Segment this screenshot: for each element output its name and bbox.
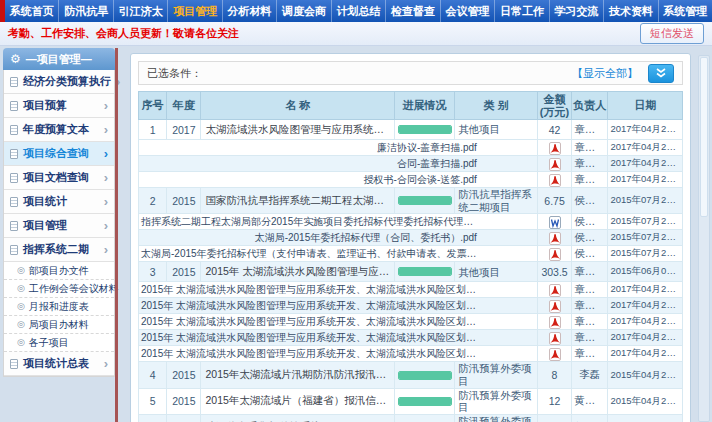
table-row-main[interactable]: 5 2015 2015年太湖流域片（福建省）报汛信息服务（补助） 防汛预算外委项… [139,388,683,414]
nav-item[interactable]: 系统管理 [659,0,712,22]
table-row-file[interactable]: 指挥系统二期工程太湖局部分2015年实施项目委托招标代理委托招标代理协议书.do… [139,214,683,230]
nav-item[interactable]: 项目管理 [168,0,222,22]
sidebar-item[interactable]: 经济分类预算执行 › [4,70,114,94]
nav-item[interactable]: 引江济太 [114,0,168,22]
sidebar-item[interactable]: 项目综合查询 › [4,142,114,166]
nav-item[interactable]: 计划总结 [332,0,386,22]
file-name-cell[interactable]: 指挥系统二期工程太湖局部分2015年实施项目委托招标代理委托招标代理协议书.do… [139,214,538,230]
owner-cell: 章杭惠 [572,140,608,156]
category-cell: 防汛预算外委项目 [455,388,538,414]
sidebar-subitem-label: 工作例会等会议材料 [29,282,119,296]
sms-send-button[interactable]: 短信发送 [640,23,704,44]
pdf-file-icon [549,158,561,171]
sidebar-subitem[interactable]: ◎ 各子项目 [4,334,114,352]
file-icon-cell[interactable] [537,156,571,172]
file-name-cell[interactable]: 2015年 太湖流域洪水风险图管理与应用系统开发、太湖流域洪水风险区划试点一（送… [139,298,538,314]
file-icon-cell[interactable] [537,346,571,362]
progress-fill [399,126,451,133]
date-cell: 2017年04月24日 [608,156,683,172]
table-row-file[interactable]: 2015年 太湖流域洪水风险图管理与应用系统开发、太湖流域洪水风险区划试点一（廉… [139,282,683,298]
table-row-file[interactable]: 2015年 太湖流域洪水风险图管理与应用系统开发、太湖流域洪水风险区划试点-资金… [139,346,683,362]
nav-item[interactable]: 系统首页 [5,0,59,22]
notice-bar: 考勤、工作安排、会商人员更新！敬请各位关注 短信发送 [0,22,712,46]
pdf-file-icon [549,248,561,261]
sidebar-subitem[interactable]: ◎ 工作例会等会议材料 [4,280,114,298]
file-name-cell[interactable]: 2015年 太湖流域洪水风险图管理与应用系统开发、太湖流域洪水风险区划试点一中.… [139,330,538,346]
file-name-cell[interactable]: 太湖局-2015年委托招标代理（合同、委托书）.pdf [139,230,538,246]
pdf-file-icon [549,332,561,345]
file-icon-cell[interactable] [537,298,571,314]
name-cell: 防汛信息采集与传输系统开发 [201,414,394,422]
table-row-main[interactable]: 2 2015 国家防汛抗旱指挥系统二期工程太湖局部分2015年实施 ... 防汛… [139,188,683,214]
scrollbar-thumb[interactable] [700,57,708,217]
file-icon-cell[interactable] [537,230,571,246]
sidebar-subitem-label: 月报和进度表 [29,300,89,314]
sidebar-subitem[interactable]: ◎ 月报和进度表 [4,298,114,316]
sidebar-subitem[interactable]: ◎ 部项目办文件 [4,262,114,280]
table-row-file[interactable]: 2015年 太湖流域洪水风险图管理与应用系统开发、太湖流域洪水风险区划试点一中.… [139,330,683,346]
sidebar-item[interactable]: 项目管理 › [4,214,114,238]
sidebar-item-label: 项目文档查询 [23,170,89,185]
table-row-file[interactable]: 太湖局-2015年委托招标代理（支付申请表、监理证书、付款申请表、发票）.pdf… [139,246,683,262]
nav-item[interactable]: 日常工作 [495,0,549,22]
sidebar-item[interactable]: 项目统计总表 › [4,352,114,376]
file-name-cell[interactable]: 太湖局-2015年委托招标代理（支付申请表、监理证书、付款申请表、发票）.pdf [139,246,538,262]
date-cell: 2017年04月24日 [608,314,683,330]
nav-item[interactable]: 会议管理 [441,0,495,22]
owner-cell: 侯林庆 [572,230,608,246]
date-cell: 2017年04月24日 [608,140,683,156]
bullet-icon: ◎ [17,266,25,275]
file-icon-cell[interactable] [537,246,571,262]
chevron-right-icon: › [104,357,108,370]
file-icon-cell[interactable] [537,330,571,346]
sidebar-item[interactable]: 年度预算文本 › [4,118,114,142]
table-row-file[interactable]: 2015年 太湖流域洪水风险图管理与应用系统开发、太湖流域洪水风险区划试点一（送… [139,298,683,314]
table-row-file[interactable]: 2015年 太湖流域洪水风险图管理与应用系统开发、太湖流域洪水风险区划试点一（中… [139,314,683,330]
owner-cell: 侯林庆 [572,214,608,230]
file-icon-cell[interactable] [537,214,571,230]
bullet-icon: ◎ [17,302,25,311]
chevron-right-icon: › [104,243,108,256]
column-header: 名 称 [201,92,394,120]
show-all-link[interactable]: 【显示全部】 [572,66,638,81]
table-row-main[interactable]: 6 2015 防汛信息采集与传输系统开发 防汛预算外委项目 15 侯林庆 201… [139,414,683,422]
column-header: 负责人 [572,92,608,120]
chevron-right-icon: › [104,195,108,208]
file-name-cell[interactable]: 2015年 太湖流域洪水风险图管理与应用系统开发、太湖流域洪水风险区划试点一（中… [139,314,538,330]
year-cell: 2015 [167,262,201,282]
sidebar-subitem[interactable]: ◎ 局项目办材料 [4,316,114,334]
table-row-main[interactable]: 4 2015 2015年太湖流域片汛期防汛防汛报汛信息服务（补助） 防汛预算外委… [139,362,683,388]
file-name-cell[interactable]: 授权书-合同会谈-送签.pdf [139,172,538,188]
table-row-file[interactable]: 合同-盖章扫描.pdf 章杭惠 2017年04月24日 [139,156,683,172]
file-name-cell[interactable]: 廉洁协议-盖章扫描.pdf [139,140,538,156]
column-header: 日期 [608,92,683,120]
nav-item[interactable]: 分析材料 [223,0,277,22]
file-name-cell[interactable]: 2015年 太湖流域洪水风险图管理与应用系统开发、太湖流域洪水风险区划试点一（廉… [139,282,538,298]
table-row-main[interactable]: 3 2015 2015年 太湖流域洪水风险图管理与应用系统开发、太 ... 其他… [139,262,683,282]
sidebar-item[interactable]: 指挥系统二期 › [4,238,114,262]
sidebar-item[interactable]: 项目统计 › [4,190,114,214]
chevron-right-icon: › [104,99,108,112]
table-row-file[interactable]: 授权书-合同会谈-送签.pdf 章杭惠 2017年04月24日 [139,172,683,188]
page-scrollbar[interactable] [698,55,710,422]
nav-item[interactable]: 技术资料 [604,0,658,22]
file-icon-cell[interactable] [537,314,571,330]
progress-bar [398,267,452,276]
nav-item[interactable]: 防汛抗旱 [59,0,113,22]
table-row-file[interactable]: 太湖局-2015年委托招标代理（合同、委托书）.pdf 侯林庆 2015年07月… [139,230,683,246]
file-icon-cell[interactable] [537,282,571,298]
sidebar-item[interactable]: 项目文档查询 › [4,166,114,190]
nav-item[interactable]: 学习交流 [550,0,604,22]
file-name-cell[interactable]: 2015年 太湖流域洪水风险图管理与应用系统开发、太湖流域洪水风险区划试点-资金… [139,346,538,362]
file-name-cell[interactable]: 合同-盖章扫描.pdf [139,156,538,172]
expand-button[interactable] [648,64,674,83]
sidebar-item[interactable]: 项目预算 › [4,94,114,118]
nav-item[interactable]: 调度会商 [277,0,331,22]
file-icon-cell[interactable] [537,140,571,156]
table-row-main[interactable]: 1 2017 太湖流域洪水风险图管理与应用系统环境构建 其他项目 42 章杭惠 … [139,120,683,140]
table-row-file[interactable]: 廉洁协议-盖章扫描.pdf 章杭惠 2017年04月24日 [139,140,683,156]
chevron-right-icon: › [104,219,108,232]
nav-item[interactable]: 检查督查 [386,0,440,22]
file-icon-cell[interactable] [537,172,571,188]
pdf-file-icon [549,232,561,245]
